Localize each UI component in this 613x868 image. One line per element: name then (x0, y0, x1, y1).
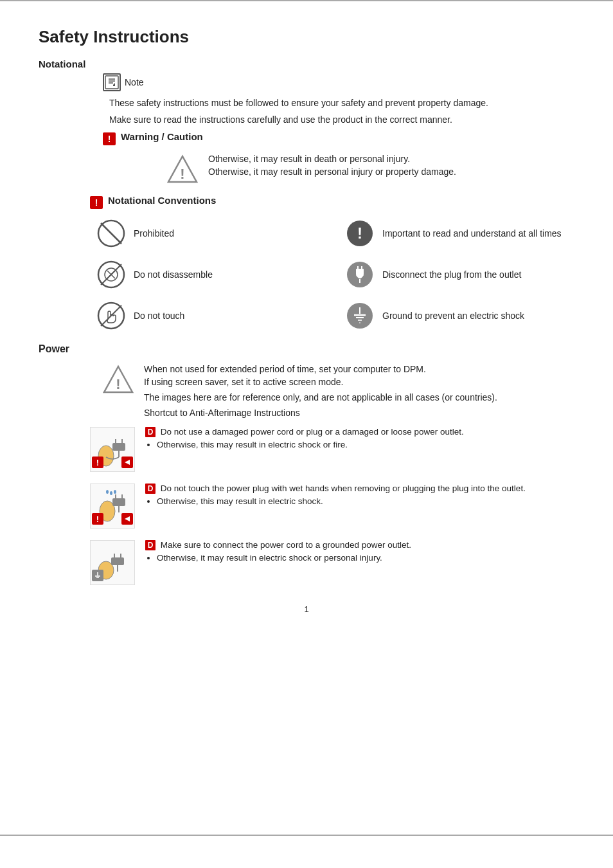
important-label: Important to read and understand at all … (382, 228, 562, 239)
warning-badge-2: ! (92, 513, 103, 525)
important-icon: ! (345, 219, 375, 248)
ground-badge-3 (92, 570, 103, 581)
conventions-header: ! Notational Conventions (90, 195, 574, 210)
svg-text:!: ! (116, 376, 120, 392)
power-img-1: ! (90, 427, 135, 472)
convention-no-touch: Do not touch (96, 301, 326, 330)
power-img-3 (90, 540, 135, 585)
caution-text-1: Otherwise, it may result in death or per… (208, 154, 456, 164)
power-item-2-text: D Do not touch the power plug with wet h… (145, 484, 574, 507)
note-text-1: These safety instructions must be follow… (109, 98, 574, 108)
arrow-badge-1 (121, 457, 133, 468)
ground-label: Ground to prevent an electric shock (382, 311, 524, 321)
prohibited-label: Prohibited (134, 228, 174, 239)
ground-icon (345, 301, 375, 330)
svg-text:!: ! (96, 458, 99, 467)
note-text-2: Make sure to read the instructions caref… (109, 114, 574, 125)
red-icon-1: D (145, 427, 155, 437)
power-item-3-bullet: Otherwise, it may result in electric sho… (157, 553, 574, 563)
disconnect-icon (345, 260, 375, 289)
svg-point-45 (114, 490, 116, 494)
svg-rect-40 (112, 498, 125, 506)
svg-rect-52 (111, 557, 124, 565)
convention-no-disassemble: Do not disassemble (96, 260, 326, 289)
arrow-badge-2 (121, 513, 133, 525)
power-item-3-text: D Make sure to connect the power cord to… (145, 540, 574, 564)
red-icon-3: D (145, 540, 155, 550)
no-touch-icon (96, 301, 126, 330)
page-title: Safety Instructions (39, 27, 574, 47)
svg-text:!: ! (357, 224, 362, 242)
svg-rect-16 (356, 269, 364, 275)
power-caution-text-3: The images here are for reference only, … (144, 392, 497, 402)
red-icon-2: D (145, 484, 155, 494)
svg-point-46 (106, 490, 109, 494)
conventions-grid: Prohibited ! Important to read and under… (96, 219, 574, 330)
no-disassemble-icon (96, 260, 126, 289)
power-caution-text-1: When not used for extended period of tim… (144, 364, 497, 374)
svg-line-14 (101, 264, 121, 285)
caution-block: ! Otherwise, it may result in death or p… (167, 154, 574, 185)
caution-text-2: Otherwise, it may result in personal inj… (208, 167, 456, 177)
convention-important: ! Important to read and understand at al… (345, 219, 574, 248)
warning-caution-row: ! Warning / Caution (103, 131, 574, 146)
power-item-1-text: D Do not use a damaged power cord or plu… (145, 427, 574, 451)
svg-rect-0 (105, 76, 118, 89)
note-icon (103, 73, 121, 91)
note-row: Note (103, 73, 574, 91)
power-item-2-bullet: Otherwise, this may result in electric s… (157, 496, 574, 506)
note-label: Note (125, 77, 144, 87)
triangle-warning-icon: ! (167, 154, 198, 185)
caution-row: ! Otherwise, it may result in death or p… (167, 154, 574, 185)
page: Safety Instructions Notational Note Thes… (0, 0, 613, 836)
power-caution-text-4: Shortcut to Anti-Afterimage Instructions (144, 408, 497, 418)
notational-conventions-section: ! Notational Conventions Prohibited (90, 195, 574, 330)
svg-point-44 (110, 491, 112, 495)
power-section: Power ! When not used for extended perio… (39, 343, 574, 585)
power-caution-text-2: If using screen saver, set it to active … (144, 377, 497, 387)
power-item-1-main: D Do not use a damaged power cord or plu… (145, 427, 574, 437)
prohibited-icon (96, 219, 126, 248)
svg-text:!: ! (96, 514, 99, 524)
no-disassemble-label: Do not disassemble (134, 269, 213, 280)
power-img-2: ! (90, 484, 135, 529)
svg-rect-31 (112, 443, 125, 451)
page-number: 1 (39, 604, 574, 614)
caution-texts: Otherwise, it may result in death or per… (208, 154, 456, 179)
warning-badge-1: ! (92, 457, 103, 468)
power-caution-texts: When not used for extended period of tim… (144, 364, 497, 418)
power-caution-row: ! When not used for extended period of t… (103, 364, 574, 418)
power-heading: Power (39, 343, 574, 355)
conventions-icon: ! (90, 196, 103, 209)
power-item-1-bullet: Otherwise, this may result in electric s… (157, 440, 574, 449)
svg-text:!: ! (180, 166, 184, 182)
warning-caution-label: Warning / Caution (121, 131, 203, 142)
no-touch-label: Do not touch (134, 311, 184, 321)
disconnect-label: Disconnect the plug from the outlet (382, 269, 521, 280)
warning-icon: ! (103, 132, 116, 145)
notational-section: Notational Note These safety instruction… (39, 59, 574, 330)
svg-line-7 (101, 223, 121, 244)
conventions-heading: Notational Conventions (108, 195, 216, 206)
notational-heading: Notational (39, 59, 574, 69)
power-triangle-icon: ! (103, 364, 134, 395)
power-item-3-main: D Make sure to connect the power cord to… (145, 540, 574, 550)
power-item-1: ! D Do not use a damaged power cord or p… (90, 427, 574, 472)
convention-ground: Ground to prevent an electric shock (345, 301, 574, 330)
power-item-3: D Make sure to connect the power cord to… (90, 540, 574, 585)
power-caution-block: ! When not used for extended period of t… (103, 364, 574, 418)
convention-prohibited: Prohibited (96, 219, 326, 248)
power-item-2: ! D Do not touch the power plug with wet… (90, 484, 574, 529)
convention-disconnect: Disconnect the plug from the outlet (345, 260, 574, 289)
power-item-2-main: D Do not touch the power plug with wet h… (145, 484, 574, 494)
